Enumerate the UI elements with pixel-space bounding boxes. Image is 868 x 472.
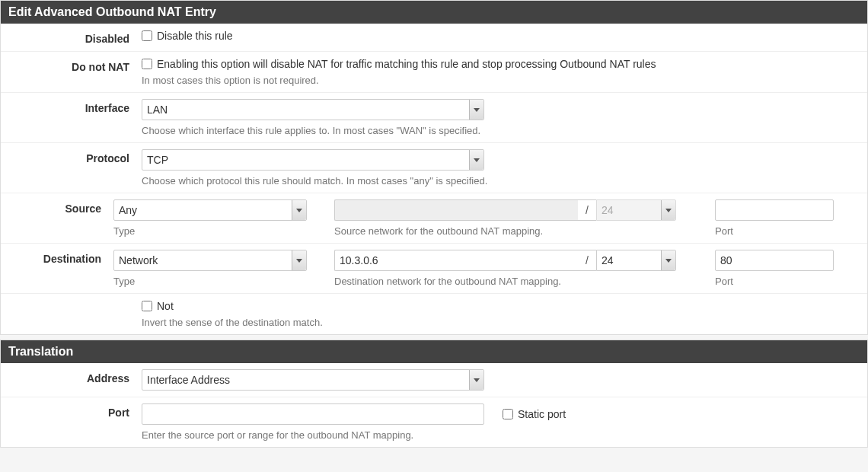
select-source-type[interactable]: Any [113,199,307,221]
row-address: Address Interface Address [1,363,867,397]
input-translation-port[interactable] [142,403,484,425]
help-port: Enter the source port or range for the o… [142,429,860,441]
checkbox-label-static-port: Static port [518,408,566,420]
help-protocol: Choose which protocol this rule should m… [142,175,860,187]
checkbox-disabled[interactable] [142,30,152,41]
row-port: Port Static port Enter the source port o… [1,397,867,447]
checkbox-label-donotnat: Enabling this option will disable NAT fo… [157,58,656,70]
help-not: Invert the sense of the destination matc… [142,317,860,328]
label-port: Port [8,403,142,419]
row-not: Not Invert the sense of the destination … [1,294,867,334]
caption-destination-address: Destination network for the outbound NAT… [334,276,692,287]
row-destination: Destination Network Type / 24 [1,244,867,294]
help-interface: Choose which interface this rule applies… [142,125,860,136]
label-source: Source [8,199,113,215]
label-disabled: Disabled [8,30,142,45]
row-protocol: Protocol TCP Choose which protocol this … [1,143,867,193]
caption-destination-port: Port [715,276,860,287]
row-interface: Interface LAN Choose which interface thi… [1,93,867,143]
select-destination-type[interactable]: Network [113,250,307,271]
caption-source-type: Type [113,225,311,237]
translation-panel: Translation Address Interface Address Po… [0,340,868,448]
help-donotnat: In most cases this option is not require… [142,75,860,86]
label-address: Address [8,369,142,384]
caption-destination-type: Type [113,276,311,287]
select-translation-address[interactable]: Interface Address [142,369,484,391]
label-protocol: Protocol [8,149,142,164]
row-disabled: Disabled Disable this rule [1,24,867,52]
label-not-empty [8,300,142,303]
select-source-cidr: 24 [596,199,676,221]
label-donotnat: Do not NAT [8,58,142,73]
label-destination: Destination [8,250,113,265]
checkbox-label-not: Not [157,300,174,312]
edit-nat-panel: Edit Advanced Outbound NAT Entry Disable… [0,0,868,335]
select-interface[interactable]: LAN [142,99,484,120]
input-destination-address[interactable] [334,250,578,271]
row-donotnat: Do not NAT Enabling this option will dis… [1,52,867,93]
select-protocol[interactable]: TCP [142,149,484,171]
checkbox-label-disabled: Disable this rule [157,30,233,42]
caption-source-address: Source network for the outbound NAT mapp… [334,225,692,237]
select-destination-cidr[interactable]: 24 [596,250,676,271]
slash-destination: / [578,250,596,271]
checkbox-static-port[interactable] [503,409,513,419]
slash-source: / [578,199,596,221]
input-destination-port[interactable] [715,250,834,271]
panel-header-translation: Translation [1,340,867,363]
panel-header-edit: Edit Advanced Outbound NAT Entry [1,1,867,24]
input-source-port[interactable] [715,199,834,221]
row-source: Source Any Type / 24 [1,193,867,244]
input-source-address [334,199,578,221]
checkbox-not[interactable] [142,301,152,311]
label-interface: Interface [8,99,142,114]
checkbox-donotnat[interactable] [142,59,152,69]
caption-source-port: Port [715,225,860,237]
